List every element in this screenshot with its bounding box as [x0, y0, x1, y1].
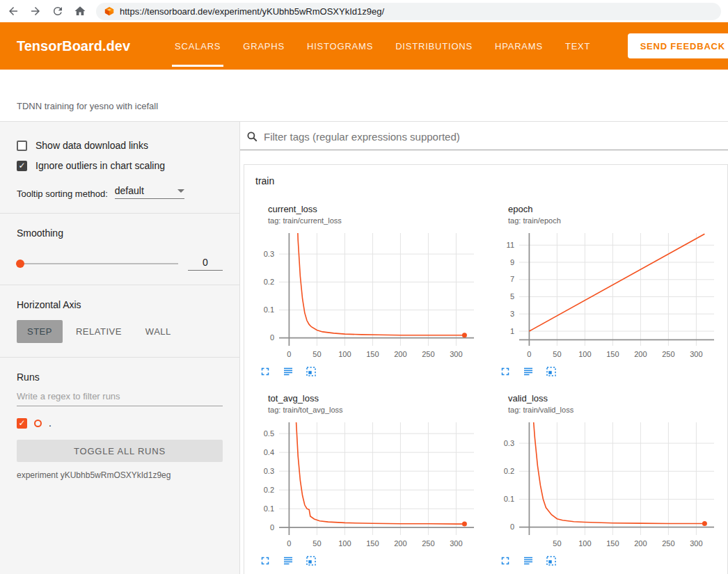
- chart-plot[interactable]: 00.10.20.350100150200250300: [487, 418, 720, 552]
- show-download-links-checkbox[interactable]: Show data download links: [17, 140, 223, 151]
- wall-axis-button[interactable]: WALL: [135, 320, 182, 343]
- divider: [0, 285, 239, 285]
- expand-chart-icon[interactable]: [259, 555, 271, 567]
- chart-toolbar: [247, 365, 484, 378]
- chart-plot[interactable]: 00.10.20.30.40.5050100150200250300: [247, 418, 480, 552]
- fit-domain-icon[interactable]: [305, 365, 317, 378]
- svg-text:100: 100: [338, 350, 351, 358]
- step-axis-button[interactable]: STEP: [17, 320, 63, 343]
- tooltip-sorting-label: Tooltip sorting method:: [17, 189, 108, 199]
- chart-toolbar: [487, 555, 725, 567]
- run-checkbox-icon[interactable]: [17, 418, 27, 429]
- tab-hparams[interactable]: HPARAMS: [484, 22, 554, 70]
- address-bar[interactable]: https://tensorboard.dev/experiment/yKUbh…: [96, 3, 721, 20]
- checkbox-checked-icon[interactable]: [17, 161, 27, 171]
- svg-text:9: 9: [510, 258, 514, 266]
- svg-text:100: 100: [338, 539, 351, 548]
- svg-text:0.5: 0.5: [264, 429, 274, 438]
- svg-text:100: 100: [578, 350, 591, 358]
- svg-text:50: 50: [312, 350, 321, 358]
- svg-text:0.3: 0.3: [264, 467, 274, 475]
- run-list-item[interactable]: .: [17, 417, 223, 429]
- svg-text:0.3: 0.3: [504, 439, 514, 447]
- view-data-icon[interactable]: [522, 555, 535, 567]
- expand-chart-icon[interactable]: [499, 365, 512, 378]
- settings-sidebar: Show data download links Ignore outliers…: [0, 122, 240, 574]
- svg-text:0.1: 0.1: [264, 305, 274, 314]
- chart-tag-subtitle: tag: train/tot_avg_loss: [247, 406, 484, 414]
- svg-text:0.3: 0.3: [264, 250, 274, 258]
- svg-text:0: 0: [527, 350, 531, 358]
- train-section-card: train current_losstag: train/current_los…: [244, 164, 728, 574]
- expand-chart-icon[interactable]: [259, 365, 271, 378]
- svg-text:200: 200: [394, 539, 406, 548]
- experiment-title: TDNN training for yesno with icefall: [17, 101, 158, 111]
- content: Show data download links Ignore outliers…: [0, 122, 728, 574]
- chevron-down-icon: [177, 189, 184, 193]
- back-icon[interactable]: [7, 5, 19, 17]
- chart-title: tot_avg_loss: [247, 393, 484, 404]
- checkbox-unchecked-icon[interactable]: [17, 141, 27, 151]
- svg-text:50: 50: [312, 539, 321, 548]
- svg-text:0.1: 0.1: [504, 495, 514, 503]
- fit-domain-icon[interactable]: [545, 365, 557, 378]
- toggle-all-runs-button[interactable]: TOGGLE ALL RUNS: [17, 440, 223, 462]
- svg-text:150: 150: [606, 539, 619, 548]
- smoothing-slider[interactable]: [17, 263, 178, 264]
- svg-text:0: 0: [270, 523, 274, 532]
- tooltip-sorting-select[interactable]: default: [115, 185, 184, 199]
- fit-domain-icon[interactable]: [545, 555, 557, 567]
- svg-text:250: 250: [422, 350, 434, 358]
- chart-card: tot_avg_losstag: train/tot_avg_loss00.10…: [247, 393, 484, 567]
- svg-text:11: 11: [507, 241, 514, 249]
- view-data-icon[interactable]: [282, 555, 294, 567]
- chart-plot[interactable]: 00.10.20.3050100150200250300: [247, 229, 480, 362]
- svg-text:100: 100: [578, 539, 591, 548]
- svg-text:0.4: 0.4: [264, 448, 274, 456]
- expand-chart-icon[interactable]: [499, 555, 512, 567]
- svg-text:1: 1: [510, 327, 514, 335]
- tensorboard-favicon: [104, 6, 114, 16]
- ignore-outliers-checkbox[interactable]: Ignore outliers in chart scaling: [17, 160, 223, 171]
- ignore-outliers-label: Ignore outliers in chart scaling: [35, 160, 165, 171]
- brand-logo[interactable]: TensorBoard.dev: [17, 38, 130, 54]
- reload-icon[interactable]: [52, 5, 64, 17]
- tooltip-sorting-value: default: [115, 185, 144, 196]
- train-section-title[interactable]: train: [244, 165, 727, 197]
- tag-filter-input[interactable]: [264, 131, 728, 143]
- svg-text:250: 250: [422, 539, 434, 548]
- tab-scalars[interactable]: SCALARS: [164, 22, 232, 70]
- chart-title: valid_loss: [487, 393, 725, 404]
- chart-plot[interactable]: 1357911050100150200250300: [487, 229, 720, 362]
- svg-text:300: 300: [450, 350, 462, 358]
- svg-text:0: 0: [287, 350, 291, 358]
- home-icon[interactable]: [74, 5, 86, 17]
- scalars-main: train current_losstag: train/current_los…: [240, 122, 728, 574]
- forward-icon[interactable]: [29, 5, 42, 17]
- relative-axis-button[interactable]: RELATIVE: [65, 320, 132, 343]
- svg-text:0: 0: [510, 523, 514, 531]
- svg-text:0.2: 0.2: [504, 467, 514, 475]
- view-data-icon[interactable]: [282, 365, 294, 378]
- svg-text:7: 7: [510, 275, 514, 283]
- chart-card: valid_losstag: train/valid_loss00.10.20.…: [487, 393, 725, 567]
- fit-domain-icon[interactable]: [305, 555, 317, 567]
- chart-card: current_losstag: train/current_loss00.10…: [247, 204, 484, 378]
- svg-text:200: 200: [394, 350, 406, 358]
- show-download-links-label: Show data download links: [35, 140, 148, 151]
- tab-distributions[interactable]: DISTRIBUTIONS: [384, 22, 484, 70]
- tab-text[interactable]: TEXT: [554, 22, 601, 70]
- view-data-icon[interactable]: [522, 365, 535, 378]
- chart-title: current_loss: [247, 204, 484, 214]
- smoothing-label: Smoothing: [17, 228, 223, 239]
- svg-text:0: 0: [287, 539, 291, 548]
- smoothing-value[interactable]: 0: [188, 257, 223, 271]
- svg-text:0.2: 0.2: [264, 486, 274, 494]
- main-nav: SCALARS GRAPHS HISTOGRAMS DISTRIBUTIONS …: [164, 22, 601, 70]
- svg-text:0.1: 0.1: [264, 504, 274, 513]
- tab-histograms[interactable]: HISTOGRAMS: [296, 22, 384, 70]
- send-feedback-button[interactable]: SEND FEEDBACK: [628, 33, 728, 58]
- tab-graphs[interactable]: GRAPHS: [232, 22, 296, 70]
- slider-thumb[interactable]: [16, 260, 24, 268]
- runs-filter-input[interactable]: [17, 385, 223, 406]
